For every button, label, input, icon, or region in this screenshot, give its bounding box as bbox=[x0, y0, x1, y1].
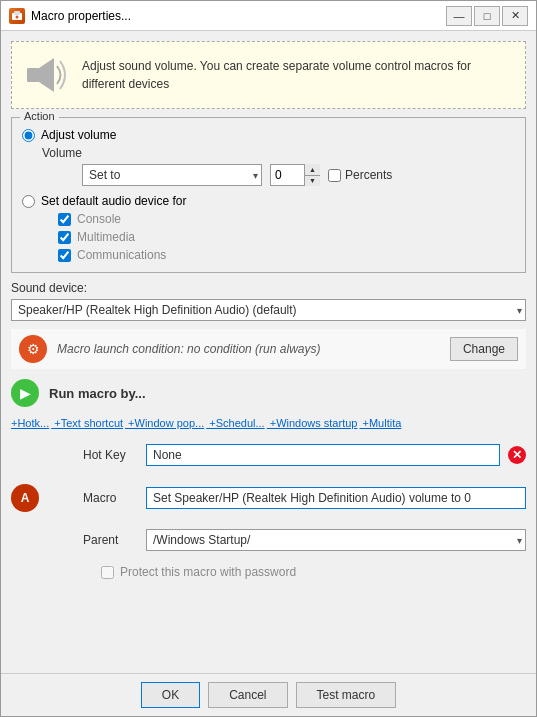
change-button[interactable]: Change bbox=[450, 337, 518, 361]
volume-row: Volume bbox=[42, 146, 515, 160]
adjust-volume-label: Adjust volume bbox=[41, 128, 116, 142]
default-audio-radio[interactable] bbox=[22, 195, 35, 208]
hotkey-field-label: Hot Key bbox=[83, 448, 138, 462]
sound-device-select-wrapper: Speaker/HP (Realtek High Definition Audi… bbox=[11, 299, 526, 321]
adjust-volume-row: Adjust volume bbox=[22, 128, 515, 142]
bottom-buttons: OK Cancel Test macro bbox=[1, 673, 536, 716]
hotkey-input[interactable] bbox=[146, 444, 500, 466]
titlebar-left: Macro properties... bbox=[9, 8, 131, 24]
set-to-select-wrapper: Set to Increase by Decrease by Toggle mu… bbox=[82, 164, 262, 186]
hotkey-icon-placeholder bbox=[11, 441, 39, 469]
multimedia-checkbox-row: Multimedia bbox=[58, 230, 515, 244]
console-checkbox[interactable] bbox=[58, 213, 71, 226]
communications-label: Communications bbox=[77, 248, 166, 262]
macro-field-label: Macro bbox=[83, 491, 138, 505]
macro-icon: A bbox=[11, 484, 39, 512]
titlebar: Macro properties... — □ ✕ bbox=[1, 1, 536, 31]
hotkey-field-row: Hot Key ✕ bbox=[11, 437, 526, 473]
multimedia-checkbox[interactable] bbox=[58, 231, 71, 244]
default-audio-row: Set default audio device for bbox=[22, 194, 515, 208]
parent-select[interactable]: /Windows Startup/ bbox=[146, 529, 526, 551]
run-macro-row: ▶ Run macro by... bbox=[11, 377, 526, 409]
hotkey-tab-5[interactable]: +Multita bbox=[359, 417, 401, 429]
parent-field-row: Parent /Windows Startup/ bbox=[11, 523, 526, 557]
hotkey-tab-1[interactable]: +Text shortcut bbox=[51, 417, 123, 429]
maximize-button[interactable]: □ bbox=[474, 6, 500, 26]
communications-checkbox[interactable] bbox=[58, 249, 71, 262]
set-to-select[interactable]: Set to Increase by Decrease by Toggle mu… bbox=[82, 164, 262, 186]
hotkey-tabs: +Hotk... +Text shortcut +Window pop... +… bbox=[11, 417, 526, 429]
run-macro-icon: ▶ bbox=[11, 379, 39, 407]
parent-field-label: Parent bbox=[83, 533, 138, 547]
speaker-icon bbox=[22, 50, 72, 100]
hotkey-tab-3[interactable]: +Schedul... bbox=[206, 417, 264, 429]
hotkey-tab-2[interactable]: +Window pop... bbox=[125, 417, 204, 429]
main-window: Macro properties... — □ ✕ Adjust sound v… bbox=[0, 0, 537, 717]
hotkey-tab-4[interactable]: +Windows startup bbox=[267, 417, 358, 429]
hotkey-tab-0[interactable]: +Hotk... bbox=[11, 417, 49, 429]
parent-icon-placeholder bbox=[11, 526, 39, 554]
svg-rect-3 bbox=[27, 68, 39, 82]
adjust-volume-radio[interactable] bbox=[22, 129, 35, 142]
content-area: Adjust sound volume. You can create sepa… bbox=[1, 31, 536, 673]
gear-icon: ⚙ bbox=[19, 335, 47, 363]
window-icon bbox=[9, 8, 25, 24]
action-label: Action bbox=[20, 110, 59, 122]
window-title: Macro properties... bbox=[31, 9, 131, 23]
error-icon: ✕ bbox=[508, 446, 526, 464]
percents-checkbox[interactable] bbox=[328, 169, 341, 182]
macro-input[interactable] bbox=[146, 487, 526, 509]
spin-up-button[interactable]: ▲ bbox=[305, 164, 320, 175]
test-macro-button[interactable]: Test macro bbox=[296, 682, 397, 708]
spin-down-button[interactable]: ▼ bbox=[305, 175, 320, 187]
multimedia-label: Multimedia bbox=[77, 230, 135, 244]
percents-checkbox-wrapper: Percents bbox=[328, 168, 392, 182]
minimize-button[interactable]: — bbox=[446, 6, 472, 26]
spinner-buttons: ▲ ▼ bbox=[304, 164, 320, 186]
macro-field-row: A Macro bbox=[11, 481, 526, 515]
cancel-button[interactable]: Cancel bbox=[208, 682, 287, 708]
ok-button[interactable]: OK bbox=[141, 682, 200, 708]
parent-select-wrapper: /Windows Startup/ bbox=[146, 529, 526, 551]
condition-text: Macro launch condition: no condition (ru… bbox=[57, 342, 440, 356]
sound-device-select[interactable]: Speaker/HP (Realtek High Definition Audi… bbox=[11, 299, 526, 321]
password-row: Protect this macro with password bbox=[101, 565, 526, 579]
sound-device-label: Sound device: bbox=[11, 281, 526, 295]
password-checkbox[interactable] bbox=[101, 566, 114, 579]
console-checkbox-row: Console bbox=[58, 212, 515, 226]
macro-condition-row: ⚙ Macro launch condition: no condition (… bbox=[11, 329, 526, 369]
svg-point-2 bbox=[16, 15, 19, 18]
volume-label: Volume bbox=[42, 146, 87, 160]
sound-device-section: Sound device: Speaker/HP (Realtek High D… bbox=[11, 281, 526, 321]
password-label: Protect this macro with password bbox=[120, 565, 296, 579]
action-group: Action Adjust volume Volume Set to Incre… bbox=[11, 117, 526, 273]
run-macro-label: Run macro by... bbox=[49, 386, 146, 401]
communications-checkbox-row: Communications bbox=[58, 248, 515, 262]
titlebar-controls: — □ ✕ bbox=[446, 6, 528, 26]
console-label: Console bbox=[77, 212, 121, 226]
svg-rect-1 bbox=[14, 11, 20, 15]
default-audio-label: Set default audio device for bbox=[41, 194, 186, 208]
info-text: Adjust sound volume. You can create sepa… bbox=[82, 57, 515, 93]
svg-marker-4 bbox=[39, 58, 54, 92]
volume-spinner: ▲ ▼ bbox=[270, 164, 320, 186]
percents-label: Percents bbox=[345, 168, 392, 182]
info-box: Adjust sound volume. You can create sepa… bbox=[11, 41, 526, 109]
close-button[interactable]: ✕ bbox=[502, 6, 528, 26]
